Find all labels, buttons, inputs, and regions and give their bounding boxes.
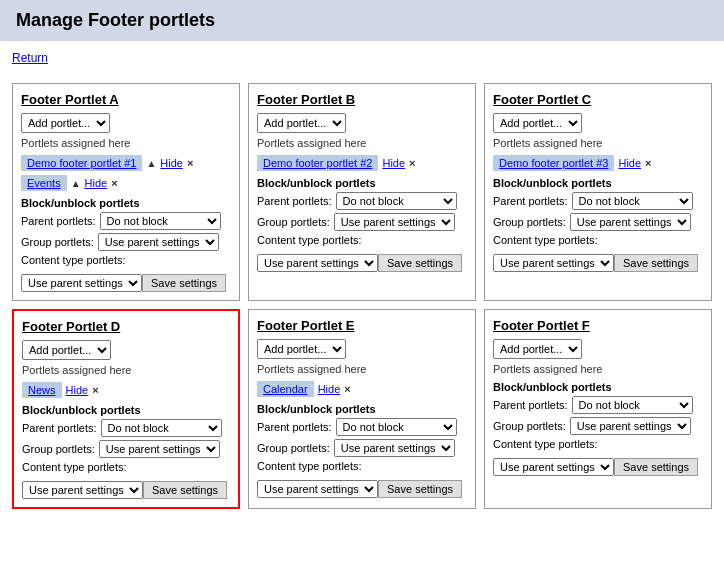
group-select-A[interactable]: Use parent settingsBlockDo not block (98, 233, 219, 251)
hide-link-A-1[interactable]: Hide (85, 177, 108, 189)
parent-select-A[interactable]: Do not blockBlockUse parent settings (100, 212, 221, 230)
portlets-assigned-F: Portlets assigned here (493, 363, 703, 375)
portlet-item-E-0: CalendarHide× (257, 381, 467, 397)
parent-label-A: Parent portlets: (21, 215, 96, 227)
parent-label-C: Parent portlets: (493, 195, 568, 207)
parent-label-E: Parent portlets: (257, 421, 332, 433)
parent-label-F: Parent portlets: (493, 399, 568, 411)
portlet-item-A-0: Demo footer portlet #1▲Hide× (21, 155, 231, 171)
portlet-box-A: Footer Portlet AAdd portlet...Portlets a… (12, 83, 240, 301)
portlet-item-link-D-0[interactable]: News (22, 382, 62, 398)
return-link[interactable]: Return (12, 51, 48, 65)
portlet-item-link-A-0[interactable]: Demo footer portlet #1 (21, 155, 142, 171)
save-button-F[interactable]: Save settings (614, 458, 698, 476)
parent-label-B: Parent portlets: (257, 195, 332, 207)
add-portlet-row-C: Add portlet... (493, 113, 703, 133)
content-type-label-E: Content type portlets: (257, 460, 467, 472)
save-button-E[interactable]: Save settings (378, 480, 462, 498)
portlet-box-D: Footer Portlet DAdd portlet...Portlets a… (12, 309, 240, 509)
save-button-D[interactable]: Save settings (143, 481, 227, 499)
content-type-select-A[interactable]: Use parent settingsBlockDo not block (21, 274, 142, 292)
parent-select-D[interactable]: Do not blockBlockUse parent settings (101, 419, 222, 437)
save-button-B[interactable]: Save settings (378, 254, 462, 272)
portlet-item-link-E-0[interactable]: Calendar (257, 381, 314, 397)
close-x-D-0[interactable]: × (92, 384, 98, 396)
add-portlet-row-A: Add portlet... (21, 113, 231, 133)
add-portlet-select-E[interactable]: Add portlet... (257, 339, 346, 359)
portlet-item-A-1: Events▲Hide× (21, 175, 231, 191)
add-portlet-select-F[interactable]: Add portlet... (493, 339, 582, 359)
block-label-E: Block/unblock portlets (257, 403, 467, 415)
content-type-select-C[interactable]: Use parent settingsBlockDo not block (493, 254, 614, 272)
add-portlet-select-A[interactable]: Add portlet... (21, 113, 110, 133)
block-label-B: Block/unblock portlets (257, 177, 467, 189)
add-portlet-row-B: Add portlet... (257, 113, 467, 133)
content-type-select-B[interactable]: Use parent settingsBlockDo not block (257, 254, 378, 272)
portlets-assigned-D: Portlets assigned here (22, 364, 230, 376)
content-type-label-A: Content type portlets: (21, 254, 231, 266)
group-select-E[interactable]: Use parent settingsBlockDo not block (334, 439, 455, 457)
group-row-D: Group portlets:Use parent settingsBlockD… (22, 440, 230, 458)
close-x-E-0[interactable]: × (344, 383, 350, 395)
group-row-A: Group portlets:Use parent settingsBlockD… (21, 233, 231, 251)
hide-link-C-0[interactable]: Hide (618, 157, 641, 169)
hide-link-B-0[interactable]: Hide (382, 157, 405, 169)
portlet-title-D: Footer Portlet D (22, 319, 230, 334)
save-button-C[interactable]: Save settings (614, 254, 698, 272)
close-x-C-0[interactable]: × (645, 157, 651, 169)
parent-select-B[interactable]: Do not blockBlockUse parent settings (336, 192, 457, 210)
parent-select-C[interactable]: Do not blockBlockUse parent settings (572, 192, 693, 210)
portlet-item-link-B-0[interactable]: Demo footer portlet #2 (257, 155, 378, 171)
portlet-title-B: Footer Portlet B (257, 92, 467, 107)
portlets-grid: Footer Portlet AAdd portlet...Portlets a… (12, 83, 712, 509)
portlet-title-A: Footer Portlet A (21, 92, 231, 107)
group-select-C[interactable]: Use parent settingsBlockDo not block (570, 213, 691, 231)
close-x-B-0[interactable]: × (409, 157, 415, 169)
hide-link-D-0[interactable]: Hide (66, 384, 89, 396)
group-label-A: Group portlets: (21, 236, 94, 248)
add-portlet-select-C[interactable]: Add portlet... (493, 113, 582, 133)
close-x-A-0[interactable]: × (187, 157, 193, 169)
add-portlet-select-B[interactable]: Add portlet... (257, 113, 346, 133)
group-row-F: Group portlets:Use parent settingsBlockD… (493, 417, 703, 435)
group-select-F[interactable]: Use parent settingsBlockDo not block (570, 417, 691, 435)
portlet-item-B-0: Demo footer portlet #2Hide× (257, 155, 467, 171)
save-button-A[interactable]: Save settings (142, 274, 226, 292)
portlets-assigned-C: Portlets assigned here (493, 137, 703, 149)
parent-select-F[interactable]: Do not blockBlockUse parent settings (572, 396, 693, 414)
group-select-B[interactable]: Use parent settingsBlockDo not block (334, 213, 455, 231)
group-label-C: Group portlets: (493, 216, 566, 228)
close-x-A-1[interactable]: × (111, 177, 117, 189)
group-row-B: Group portlets:Use parent settingsBlockD… (257, 213, 467, 231)
content-type-select-E[interactable]: Use parent settingsBlockDo not block (257, 480, 378, 498)
group-label-F: Group portlets: (493, 420, 566, 432)
group-select-D[interactable]: Use parent settingsBlockDo not block (99, 440, 220, 458)
add-portlet-row-D: Add portlet... (22, 340, 230, 360)
portlet-item-D-0: NewsHide× (22, 382, 230, 398)
portlet-box-B: Footer Portlet BAdd portlet...Portlets a… (248, 83, 476, 301)
add-portlet-row-F: Add portlet... (493, 339, 703, 359)
hide-link-A-0[interactable]: Hide (160, 157, 183, 169)
content-type-select-D[interactable]: Use parent settingsBlockDo not block (22, 481, 143, 499)
group-label-B: Group portlets: (257, 216, 330, 228)
portlet-box-C: Footer Portlet CAdd portlet...Portlets a… (484, 83, 712, 301)
parent-row-A: Parent portlets:Do not blockBlockUse par… (21, 212, 231, 230)
portlet-item-link-A-1[interactable]: Events (21, 175, 67, 191)
parent-row-C: Parent portlets:Do not blockBlockUse par… (493, 192, 703, 210)
group-label-E: Group portlets: (257, 442, 330, 454)
content-type-select-F[interactable]: Use parent settingsBlockDo not block (493, 458, 614, 476)
parent-row-F: Parent portlets:Do not blockBlockUse par… (493, 396, 703, 414)
group-row-E: Group portlets:Use parent settingsBlockD… (257, 439, 467, 457)
block-label-C: Block/unblock portlets (493, 177, 703, 189)
add-portlet-select-D[interactable]: Add portlet... (22, 340, 111, 360)
block-label-A: Block/unblock portlets (21, 197, 231, 209)
portlet-box-E: Footer Portlet EAdd portlet...Portlets a… (248, 309, 476, 509)
content-type-label-D: Content type portlets: (22, 461, 230, 473)
content-type-label-C: Content type portlets: (493, 234, 703, 246)
hide-link-E-0[interactable]: Hide (318, 383, 341, 395)
parent-select-E[interactable]: Do not blockBlockUse parent settings (336, 418, 457, 436)
parent-row-B: Parent portlets:Do not blockBlockUse par… (257, 192, 467, 210)
content-type-label-F: Content type portlets: (493, 438, 703, 450)
portlet-title-C: Footer Portlet C (493, 92, 703, 107)
portlet-item-link-C-0[interactable]: Demo footer portlet #3 (493, 155, 614, 171)
